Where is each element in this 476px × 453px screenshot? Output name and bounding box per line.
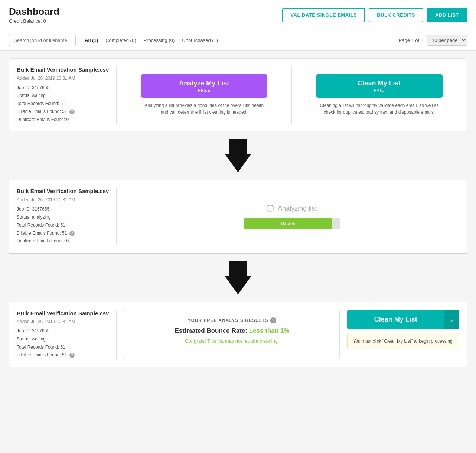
results-title: YOUR FREE ANALYSIS RESULTS ? [188,317,276,323]
credit-balance: Credit Balance: 0 [9,18,59,24]
clean-action-panel: Clean My List ⌄ You must click "Clean My… [347,310,459,359]
card2-date: Added Jul 26, 2019 10:31 AM [17,197,109,202]
card3-info: Bulk Email Verification Sample.csv Added… [17,310,109,359]
credit-balance-label: Credit Balance: [9,18,42,24]
congrats-text: Congrats! This list may not require clea… [185,338,279,344]
card3-total-records: Total Records Found: 51 [17,343,109,352]
bounce-rate-value: Less than 1% [249,327,290,334]
card2-meta: Job ID: 3157655 Status: analyzing Total … [17,205,109,245]
card3-divider [116,310,117,359]
arrow1-stem [229,139,247,154]
add-list-button[interactable]: ADD LIST [427,8,467,22]
card1-clean-action: Clean My List PAID Cleaning a list will … [299,66,459,124]
card3-filename: Bulk Email Verification Sample.csv [17,310,109,317]
search-input[interactable] [9,35,76,46]
arrow2-head [225,276,251,294]
card1-filename: Bulk Email Verification Sample.csv [17,66,109,74]
arrow2-container [9,254,467,302]
clean-my-list-main-button[interactable]: Clean My List [347,310,444,329]
arrow1-head [225,154,251,172]
bounce-rate-label: Estimated Bounce Rate: [175,327,247,334]
card1-duplicate-emails: Duplicate Emails Found: 0 [17,116,109,124]
clean-description: Cleaning a list will thoroughly validate… [316,102,443,115]
card3-meta: Job ID: 3157655 Status: waiting Total Re… [17,327,109,359]
page-title: Dashboard [9,6,59,17]
credit-balance-value: 0 [43,18,46,24]
card1-status: Status: waiting [17,92,109,100]
card2-wrapper: Bulk Email Verification Sample.csv Added… [9,180,467,253]
clean-my-list-button-card1[interactable]: Clean My List PAID [316,74,443,98]
card3-date: Added Jul 26, 2019 10:31 AM [17,319,109,324]
notice-box: You must click "Clean My List" to begin … [347,333,459,349]
tab-completed[interactable]: Completed (0) [102,36,139,45]
card-results: Bulk Email Verification Sample.csv Added… [9,302,467,367]
card1-total-records: Total Records Found: 51 [17,100,109,108]
card3-billable-help-icon[interactable]: ? [69,353,75,358]
results-panel: YOUR FREE ANALYSIS RESULTS ? Estimated B… [124,310,340,359]
header-left: Dashboard Credit Balance: 0 [9,6,59,24]
filter-tabs: All (1) Completed (0) Processing (0) Unp… [82,36,393,45]
card2-billable-help-icon[interactable]: ? [69,231,75,236]
page-info: Page 1 of 1 [399,38,424,43]
clean-my-list-split-button: Clean My List ⌄ [347,310,459,329]
progress-bar-container: 92.2% [244,218,340,229]
card2-divider [116,188,117,245]
card2-duplicate-emails: Duplicate Emails Found: 0 [17,237,109,245]
filter-bar: All (1) Completed (0) Processing (0) Unp… [0,30,476,51]
card2-job-id: Job ID: 3157655 [17,205,109,214]
billable-help-icon[interactable]: ? [69,109,75,114]
card3-job-id: Job ID: 3157655 [17,327,109,335]
analyzing-spinner [267,205,274,212]
analyze-my-list-button[interactable]: Analyze My List FREE [141,74,267,98]
header: Dashboard Credit Balance: 0 VALIDATE SIN… [0,0,476,30]
card1-meta: Job ID: 3157655 Status: waiting Total Re… [17,84,109,124]
tab-processing[interactable]: Processing (0) [141,36,178,45]
clean-my-list-chevron-button[interactable]: ⌄ [444,310,459,329]
card1-divider2 [291,66,292,124]
analyzing-title: Analyzing list [267,205,317,212]
tab-all[interactable]: All (1) [82,36,101,45]
card-analyzing: Bulk Email Verification Sample.csv Added… [9,180,467,253]
results-help-icon[interactable]: ? [270,317,276,323]
analyzing-section: Analyzing list 92.2% [124,188,459,245]
per-page-select[interactable]: 10 per page 25 per page 50 per page [427,35,467,46]
analyze-description: Analyzing a list provides a good idea of… [141,102,267,115]
card2-total-records: Total Records Found: 51 [17,221,109,229]
card1-billable-emails: Billable Emails Found: 51 ? [17,108,109,116]
card3-billable-emails: Billable Emails Found: 51 ? [17,351,109,359]
card1-date: Added Jul 26, 2019 10:31 AM [17,76,109,81]
card3-status: Status: waiting [17,335,109,343]
card2-filename: Bulk Email Verification Sample.csv [17,188,109,195]
card2-status: Status: analyzing [17,214,109,222]
bulk-credits-button[interactable]: BULK CREDITS [369,8,423,22]
card1-analyze-action: Analyze My List FREE Analyzing a list pr… [124,66,284,124]
card1-job-id: Job ID: 3157655 [17,84,109,92]
card1-info: Bulk Email Verification Sample.csv Added… [17,66,109,124]
main-content: Bulk Email Verification Sample.csv Added… [0,51,476,375]
pagination-info: Page 1 of 1 10 per page 25 per page 50 p… [399,35,467,46]
card1-divider [116,66,117,124]
card2-billable-emails: Billable Emails Found: 51 ? [17,229,109,238]
bounce-rate-row: Estimated Bounce Rate: Less than 1% [175,327,289,335]
arrow1-container [9,131,467,180]
validate-single-emails-button[interactable]: VALIDATE SINGLE EMAILS [282,8,365,22]
header-buttons: VALIDATE SINGLE EMAILS BULK CREDITS ADD … [282,8,467,22]
progress-bar-fill: 92.2% [244,218,333,229]
card-waiting: Bulk Email Verification Sample.csv Added… [9,58,467,131]
card2-info: Bulk Email Verification Sample.csv Added… [17,188,109,245]
arrow2-stem [229,261,247,276]
tab-unpurchased[interactable]: Unpurchased (1) [179,36,221,45]
